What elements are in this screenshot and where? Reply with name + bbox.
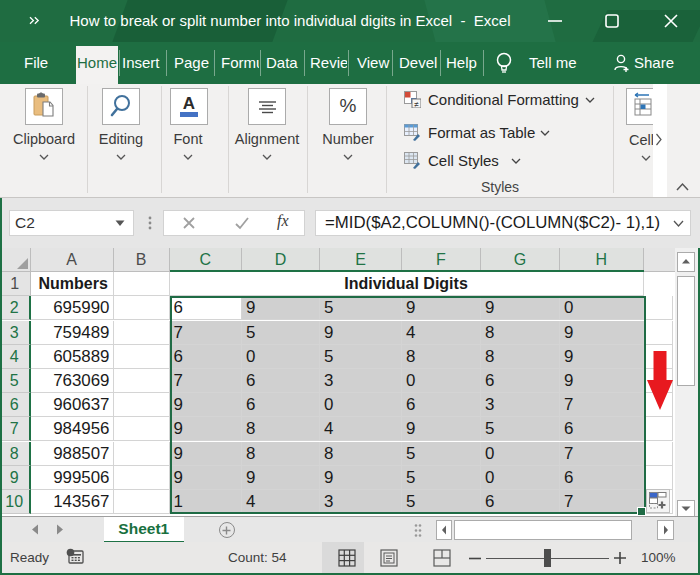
svg-text:≠: ≠ xyxy=(414,100,419,109)
svg-text:%: % xyxy=(340,95,357,116)
svg-text:A: A xyxy=(183,94,195,113)
